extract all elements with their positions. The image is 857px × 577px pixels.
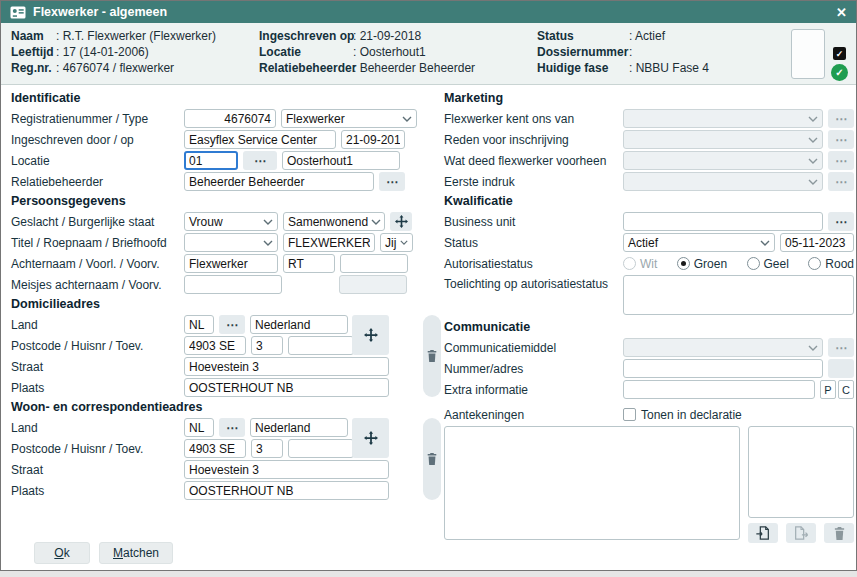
move-address-button[interactable] xyxy=(352,418,389,458)
titlebar: Flexwerker - algemeen ✕ xyxy=(1,1,856,23)
label-business-unit: Business unit xyxy=(444,215,618,229)
close-icon[interactable]: ✕ xyxy=(836,6,847,19)
woon-plaats-input[interactable] xyxy=(184,481,389,500)
ok-button[interactable]: Ok xyxy=(34,542,90,564)
geslacht-select[interactable]: Vrouw xyxy=(184,212,278,231)
nummer-adres-extra-button xyxy=(828,359,854,378)
voorheen-select[interactable] xyxy=(623,151,823,170)
header-label-dossiernummer: Dossiernummer xyxy=(537,45,629,59)
huisnr-input[interactable] xyxy=(251,336,283,355)
locatie-naam-input[interactable] xyxy=(282,151,400,170)
header-label-status: Status xyxy=(537,29,629,43)
aantekeningen-textarea[interactable] xyxy=(444,426,740,540)
matchen-button[interactable]: Matchen xyxy=(99,542,173,564)
label-extra-informatie: Extra informatie xyxy=(444,383,618,397)
radio-geel[interactable]: Geel xyxy=(747,257,789,271)
status-datum-input[interactable] xyxy=(780,233,854,252)
woon-postcode-input[interactable] xyxy=(184,439,246,458)
chevron-down-icon xyxy=(808,179,818,185)
header-label-locatie: Locatie xyxy=(259,45,353,59)
ingeschreven-door-input[interactable] xyxy=(184,130,336,149)
ingeschreven-op-input[interactable] xyxy=(341,130,405,149)
woon-straat-input[interactable] xyxy=(184,460,389,479)
tonen-in-declaratie-checkbox[interactable] xyxy=(623,408,636,421)
export-note-icon xyxy=(793,525,809,541)
land-code-input[interactable] xyxy=(184,315,214,334)
radio-rood[interactable]: Rood xyxy=(808,257,854,271)
header-label-leeftijd: Leeftijd xyxy=(11,45,56,59)
label-registratienummer-type: Registratienummer / Type xyxy=(11,112,179,126)
reden-inschrijving-select[interactable] xyxy=(623,130,823,149)
p-button[interactable]: P xyxy=(820,380,836,399)
woon-toevoeging-input[interactable] xyxy=(288,439,354,458)
woon-land-naam-input[interactable] xyxy=(250,418,348,437)
business-unit-input[interactable] xyxy=(623,212,823,231)
woon-land-lookup-button[interactable]: ⋯ xyxy=(219,418,245,437)
woon-land-code-input[interactable] xyxy=(184,418,214,437)
header-grid: Naam R.T. Flexwerker (Flexwerker) Ingesc… xyxy=(11,28,791,80)
achternaam-input[interactable] xyxy=(184,254,278,273)
woon-huisnr-input[interactable] xyxy=(251,439,283,458)
radio-groen[interactable]: Groen xyxy=(677,257,727,271)
burgerlijke-staat-select[interactable]: Samenwonend xyxy=(283,212,385,231)
label-land: Land xyxy=(11,318,179,332)
header-value-regnr: 4676074 / flexwerker xyxy=(56,61,259,75)
type-select[interactable]: Flexwerker xyxy=(281,109,417,128)
relatiebeheerder-input[interactable] xyxy=(184,172,374,191)
header-value-naam: R.T. Flexwerker (Flexwerker) xyxy=(56,29,259,43)
relatiebeheerder-lookup-button[interactable]: ⋯ xyxy=(379,172,405,191)
move-icon xyxy=(395,215,408,228)
delete-address-button[interactable] xyxy=(423,315,441,397)
briefhoofd-select[interactable]: Jij xyxy=(380,233,413,252)
chevron-down-icon xyxy=(808,158,818,164)
chevron-down-icon xyxy=(263,219,273,225)
toevoeging-input[interactable] xyxy=(288,336,354,355)
status-select[interactable]: Actief xyxy=(623,233,775,252)
nummer-adres-input[interactable] xyxy=(623,359,823,378)
voorheen-lookup-button[interactable]: ⋯ xyxy=(828,151,854,170)
meisjesnaam-input[interactable] xyxy=(184,275,282,294)
move-fields-button[interactable] xyxy=(390,212,412,231)
section-title-communicatie: Communicatie xyxy=(444,321,854,334)
section-title-woonadres: Woon- en correspondentieadres xyxy=(11,401,441,414)
titel-select[interactable] xyxy=(184,233,278,252)
eerste-indruk-select[interactable] xyxy=(623,172,823,191)
import-note-button[interactable] xyxy=(748,523,778,543)
communicatiemiddel-select[interactable] xyxy=(623,338,823,357)
flexwerker-dialog: Flexwerker - algemeen ✕ Naam R.T. Flexwe… xyxy=(0,0,857,571)
move-address-button[interactable] xyxy=(352,315,389,355)
voorletters-input[interactable] xyxy=(283,254,335,273)
label-straat: Straat xyxy=(11,463,179,477)
header-label-relatiebeheerder: Relatiebeheerder xyxy=(259,61,353,75)
section-title-identificatie: Identificatie xyxy=(11,92,441,105)
locatie-lookup-button[interactable]: ⋯ xyxy=(243,151,277,170)
reden-inschrijving-lookup-button[interactable]: ⋯ xyxy=(828,130,854,149)
label-relatiebeheerder: Relatiebeheerder xyxy=(11,175,179,189)
communicatiemiddel-lookup-button[interactable]: ⋯ xyxy=(828,338,854,357)
voorvoegsel-input[interactable] xyxy=(340,254,408,273)
label-geslacht-burgerlijke-staat: Geslacht / Burgerlijke staat xyxy=(11,215,179,229)
locatie-code-input[interactable] xyxy=(184,151,238,170)
business-unit-lookup-button[interactable]: ⋯ xyxy=(828,212,854,231)
c-button[interactable]: C xyxy=(838,380,854,399)
postcode-input[interactable] xyxy=(184,336,246,355)
export-note-button[interactable] xyxy=(786,523,816,543)
delete-address-button[interactable] xyxy=(423,418,441,500)
toelichting-textarea[interactable] xyxy=(623,275,854,315)
roepnaam-input[interactable] xyxy=(283,233,375,252)
land-lookup-button[interactable]: ⋯ xyxy=(219,315,245,334)
label-kent-ons-van: Flexwerker kent ons van xyxy=(444,112,618,126)
label-eerste-indruk: Eerste indruk xyxy=(444,175,618,189)
label-nummer-adres: Nummer/adres xyxy=(444,362,618,376)
eerste-indruk-lookup-button[interactable]: ⋯ xyxy=(828,172,854,191)
kent-ons-van-select[interactable] xyxy=(623,109,823,128)
registratienummer-input[interactable] xyxy=(184,109,276,128)
kent-ons-van-lookup-button[interactable]: ⋯ xyxy=(828,109,854,128)
extra-informatie-input[interactable] xyxy=(623,380,815,399)
plaats-input[interactable] xyxy=(184,378,389,397)
header-value-status: Actief xyxy=(629,29,779,43)
straat-input[interactable] xyxy=(184,357,389,376)
right-column: Marketing Flexwerker kent ons van ⋯ Rede… xyxy=(444,92,854,570)
delete-note-button[interactable] xyxy=(824,523,854,543)
land-naam-input[interactable] xyxy=(250,315,348,334)
